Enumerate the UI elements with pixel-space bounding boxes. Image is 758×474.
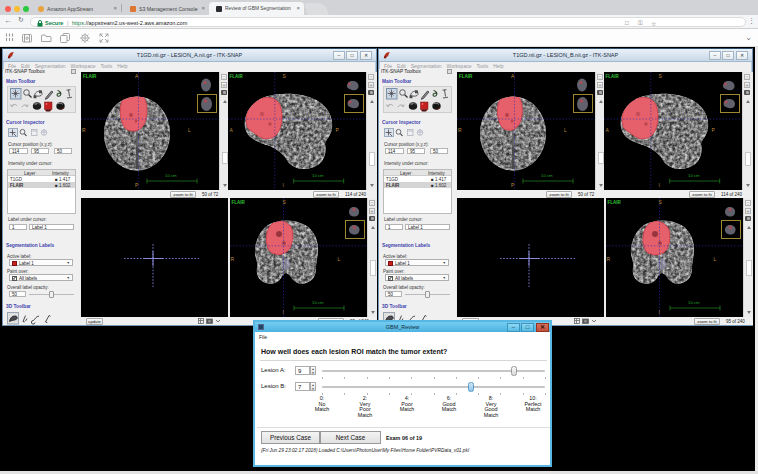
svg-text:10 cm: 10 cm [312,173,324,178]
svg-text:10 cm: 10 cm [688,173,700,178]
svg-text:10 cm: 10 cm [165,173,177,178]
svg-text:10 cm: 10 cm [312,300,324,305]
svg-text:10 cm: 10 cm [541,173,553,178]
svg-text:10 cm: 10 cm [688,300,700,305]
